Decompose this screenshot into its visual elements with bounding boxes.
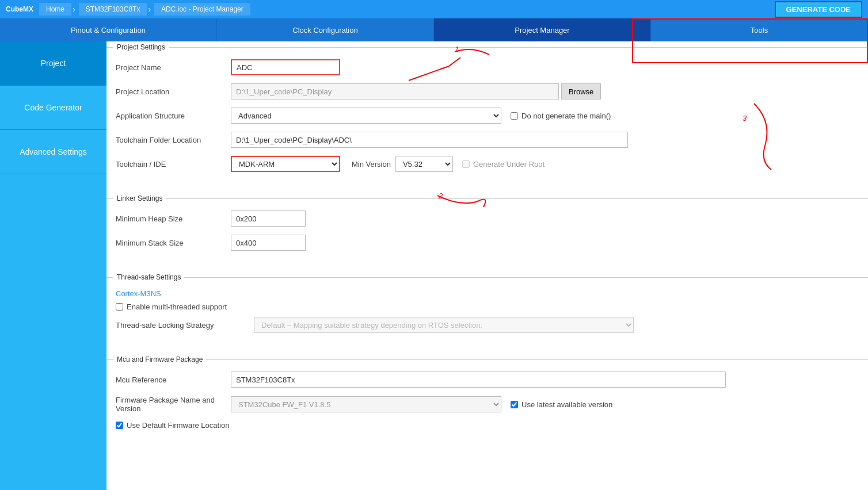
locking-strategy-label: Thread-safe Locking Strategy [116, 321, 254, 330]
min-stack-label: Minimum Stack Size [116, 239, 231, 247]
firmware-pkg-label: Firmware Package Name and Version [116, 396, 231, 413]
sidebar: Project Code Generator Advanced Settings [0, 41, 106, 490]
toolchain-folder-input[interactable] [231, 132, 628, 148]
firmware-pkg-row: Firmware Package Name and Version STM32C… [116, 396, 859, 413]
toolchain-controls: MDK-ARM EWARM STM32CubeIDE Makefile Min … [231, 156, 545, 172]
tab-project-manager[interactable]: Project Manager [434, 18, 651, 41]
sidebar-item-advanced-settings[interactable]: Advanced Settings [0, 130, 106, 174]
use-default-location-checkbox[interactable] [116, 422, 123, 429]
project-name-row: Project Name [116, 59, 859, 75]
min-heap-label: Minimum Heap Size [116, 215, 231, 223]
tab-pinout[interactable]: Pinout & Configuration [0, 18, 217, 41]
project-location-input[interactable] [231, 83, 559, 99]
tab-clock[interactable]: Clock Configuration [217, 18, 434, 41]
min-version-select[interactable]: V5.32 V5.27 V5.20 [395, 156, 453, 172]
toolchain-ide-select[interactable]: MDK-ARM EWARM STM32CubeIDE Makefile [231, 156, 340, 172]
project-location-label: Project Location [116, 87, 231, 96]
mcu-firmware-title: Mcu and Firmware Package [113, 355, 206, 363]
breadcrumb-home[interactable]: Home [39, 3, 71, 16]
app-structure-select[interactable]: Advanced Basic [231, 108, 501, 124]
project-settings-title: Project Settings [113, 43, 169, 51]
nav-tabs: Pinout & Configuration Clock Configurati… [0, 18, 868, 41]
page-wrapper: CubeMX Home › STM32F103C8Tx › ADC.ioc - … [0, 0, 868, 490]
project-location-row: Project Location Browse [116, 83, 859, 99]
thread-safe-subsection: Cortex-M3NS [116, 289, 859, 298]
breadcrumb-sep-1: › [73, 5, 75, 14]
mcu-firmware-section: Mcu and Firmware Package Mcu Reference F… [106, 359, 868, 445]
do-not-generate-main-row: Do not generate the main() [511, 112, 611, 120]
locking-strategy-select[interactable]: Default – Mapping suitable strategy depe… [254, 317, 634, 333]
min-stack-input[interactable] [231, 235, 306, 251]
min-version-group: Min Version V5.32 V5.27 V5.20 Generate U… [352, 156, 545, 172]
use-default-location-label: Use Default Firmware Location [127, 421, 229, 430]
min-version-label: Min Version [352, 160, 391, 169]
min-heap-input[interactable] [231, 210, 306, 227]
main-layout: Project Code Generator Advanced Settings… [0, 41, 868, 490]
min-stack-row: Minimum Stack Size [116, 235, 859, 251]
use-latest-label: Use latest available version [521, 400, 612, 409]
toolchain-ide-label: Toolchain / IDE [116, 160, 231, 169]
project-settings-section: Project Settings Project Name Project Lo… [106, 47, 868, 189]
generate-under-root-checkbox[interactable] [462, 160, 470, 168]
tab-tools[interactable]: Tools [651, 18, 868, 41]
do-not-generate-main-checkbox[interactable] [511, 112, 518, 120]
breadcrumb-mcu[interactable]: STM32F103C8Tx [79, 3, 147, 16]
do-not-generate-main-label: Do not generate the main() [521, 112, 611, 120]
top-bar: CubeMX Home › STM32F103C8Tx › ADC.ioc - … [0, 0, 868, 18]
firmware-pkg-select[interactable]: STM32Cube FW_F1 V1.8.5 [231, 396, 501, 412]
min-heap-row: Minimum Heap Size [116, 210, 859, 227]
toolchain-folder-row: Toolchain Folder Location [116, 132, 859, 148]
breadcrumb: Home › STM32F103C8Tx › ADC.ioc - Project… [39, 3, 775, 16]
breadcrumb-project[interactable]: ADC.ioc - Project Manager [154, 3, 250, 16]
sidebar-item-project[interactable]: Project [0, 41, 106, 86]
linker-settings-section: Linker Settings Minimum Heap Size Minimu… [106, 198, 868, 268]
mcu-ref-row: Mcu Reference [116, 372, 859, 388]
generate-root-group: Generate Under Root [462, 160, 545, 169]
sidebar-item-code-generator[interactable]: Code Generator [0, 86, 106, 130]
content-area: Project Settings Project Name Project Lo… [106, 41, 868, 490]
thread-safe-title: Thread-safe Settings [113, 273, 184, 281]
enable-multithread-label: Enable multi-threaded support [127, 303, 227, 311]
mcu-ref-label: Mcu Reference [116, 376, 231, 384]
app-structure-label: Application Structure [116, 112, 231, 120]
use-latest-checkbox[interactable] [511, 401, 518, 408]
browse-button[interactable]: Browse [561, 83, 601, 99]
toolchain-folder-label: Toolchain Folder Location [116, 136, 231, 144]
generate-code-button[interactable]: GENERATE CODE [775, 1, 862, 18]
project-name-label: Project Name [116, 63, 231, 72]
app-structure-row: Application Structure Advanced Basic Do … [116, 108, 859, 124]
brand-label: CubeMX [6, 5, 33, 13]
project-name-input[interactable] [231, 59, 340, 75]
breadcrumb-sep-2: › [148, 5, 151, 14]
mcu-ref-input[interactable] [231, 372, 726, 388]
use-latest-row: Use latest available version [511, 400, 612, 409]
enable-multithread-checkbox[interactable] [116, 303, 123, 311]
toolchain-ide-row: Toolchain / IDE MDK-ARM EWARM STM32CubeI… [116, 156, 859, 172]
linker-settings-title: Linker Settings [113, 194, 166, 202]
locking-strategy-row: Thread-safe Locking Strategy Default – M… [116, 317, 859, 333]
enable-multithread-row: Enable multi-threaded support [116, 303, 859, 311]
thread-safe-section: Thread-safe Settings Cortex-M3NS Enable … [106, 277, 868, 350]
generate-under-root-label: Generate Under Root [473, 160, 545, 169]
use-default-location-row: Use Default Firmware Location [116, 421, 859, 430]
